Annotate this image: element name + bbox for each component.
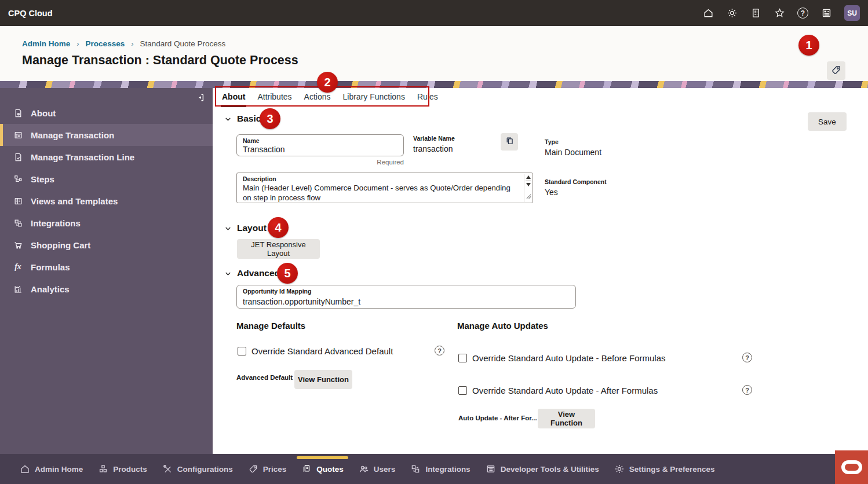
oracle-chat-button[interactable] xyxy=(835,450,868,484)
sidebar-item-manage-transaction[interactable]: Manage Transaction xyxy=(0,124,213,146)
tab-rules[interactable]: Rules xyxy=(416,88,439,107)
gear-icon[interactable] xyxy=(726,8,738,19)
sidebar-item-steps[interactable]: Steps xyxy=(0,168,213,190)
chevron-down-icon xyxy=(224,270,232,277)
bottomnav-integrations[interactable]: Integrations xyxy=(410,464,470,474)
sidebar-item-shopping-cart[interactable]: Shopping Cart xyxy=(0,234,213,256)
form-icon xyxy=(13,130,23,140)
scroll-down-icon[interactable] xyxy=(526,183,531,186)
sidebar-item-label: Shopping Cart xyxy=(31,240,90,250)
jet-responsive-layout-button[interactable]: JET Responsive Layout xyxy=(237,239,320,259)
bottomnav-users[interactable]: Users xyxy=(359,464,396,474)
bottomnav-label: Users xyxy=(374,465,396,474)
section-title: Advanced xyxy=(237,268,280,278)
bottomnav-label: Settings & Preferences xyxy=(629,465,715,474)
section-advanced[interactable]: Advanced xyxy=(224,268,280,278)
bottomnav-label: Prices xyxy=(263,465,287,474)
scroll-up-icon[interactable] xyxy=(526,175,531,179)
integration-icon xyxy=(410,464,421,474)
sidebar-item-label: Integrations xyxy=(31,218,81,228)
breadcrumb-admin-home[interactable]: Admin Home xyxy=(22,39,70,48)
breadcrumb-separator: › xyxy=(76,39,79,48)
sidebar-item-formulas[interactable]: fx Formulas xyxy=(0,256,213,278)
bottomnav-settings[interactable]: Settings & Preferences xyxy=(614,464,715,474)
description-textarea[interactable]: Description Main (Header Level) Commerce… xyxy=(236,173,533,203)
sidebar-item-manage-transaction-line[interactable]: Manage Transaction Line xyxy=(0,146,213,168)
bottom-nav-bar: Admin Home Products Configurations Price… xyxy=(0,454,868,484)
view-function-button-auto-update[interactable]: View Function xyxy=(538,409,595,428)
fx-icon: fx xyxy=(13,262,23,272)
sidebar-item-about[interactable]: About xyxy=(0,102,213,124)
description-value: Main (Header Level) Commerce Document - … xyxy=(243,183,521,203)
override-after-formulas-row: Override Standard Auto Update - After Fo… xyxy=(458,386,658,395)
document-icon[interactable] xyxy=(750,8,761,19)
scrollbar-divider xyxy=(526,181,531,181)
sidebar-nav: About Manage Transaction Manage Transact… xyxy=(0,102,213,300)
tag-icon xyxy=(831,65,841,77)
tag-button[interactable] xyxy=(827,61,845,80)
journal-icon[interactable] xyxy=(820,8,832,19)
tab-about[interactable]: About xyxy=(221,88,246,107)
bottomnav-developer-tools[interactable]: Developer Tools & Utilities xyxy=(486,464,599,474)
bottomnav-admin-home[interactable]: Admin Home xyxy=(20,464,83,474)
sidebar-item-label: Manage Transaction xyxy=(31,130,114,140)
breadcrumb-processes[interactable]: Processes xyxy=(86,39,125,48)
star-icon[interactable] xyxy=(774,8,785,19)
tab-library-functions[interactable]: Library Functions xyxy=(342,88,406,107)
annotation-circle-1: 1 xyxy=(798,35,819,56)
override-after-formulas-checkbox[interactable] xyxy=(458,386,467,395)
price-tag-icon xyxy=(248,464,258,474)
tab-attributes[interactable]: Attributes xyxy=(256,88,293,107)
advanced-default-label: Advanced Default xyxy=(236,374,293,381)
standard-component-value: Yes xyxy=(545,188,607,197)
sidebar-item-label: About xyxy=(31,108,56,118)
section-layout[interactable]: Layout xyxy=(224,223,267,233)
save-button[interactable]: Save xyxy=(808,112,847,131)
variable-name-value: transaction xyxy=(413,144,455,153)
view-function-button-advanced-default[interactable]: View Function xyxy=(294,370,352,389)
breadcrumb-current: Standard Quote Process xyxy=(140,39,226,48)
breadcrumb-separator: › xyxy=(131,39,133,48)
copy-button[interactable] xyxy=(501,133,518,151)
home-icon xyxy=(20,464,30,474)
auto-update-after-label: Auto Update - After For... xyxy=(458,415,537,421)
sidebar-item-label: Formulas xyxy=(31,262,70,272)
sidebar-item-views-and-templates[interactable]: Views and Templates xyxy=(0,190,213,212)
sidebar-item-analytics[interactable]: Analytics xyxy=(0,278,213,300)
sidebar: About Manage Transaction Manage Transact… xyxy=(0,88,213,454)
opportunity-id-mapping-value: transaction.opportunityNumber_t xyxy=(243,297,570,306)
bottomnav-label: Products xyxy=(113,465,147,474)
opportunity-id-mapping-input[interactable]: Opportunity Id Mapping transaction.oppor… xyxy=(236,285,576,309)
copy-icon xyxy=(505,136,515,148)
bottomnav-label: Admin Home xyxy=(35,465,83,474)
bottomnav-quotes[interactable]: Quotes xyxy=(301,464,344,474)
help-icon[interactable]: ? xyxy=(742,353,752,362)
sidebar-item-label: Manage Transaction Line xyxy=(31,152,134,162)
integration-icon xyxy=(13,218,23,228)
annotation-circle-2: 2 xyxy=(317,72,338,93)
users-icon xyxy=(359,464,369,474)
annotation-circle-4: 4 xyxy=(268,217,289,238)
theme-banner-strip xyxy=(0,81,868,88)
help-icon[interactable]: ? xyxy=(742,385,752,395)
override-before-formulas-checkbox[interactable] xyxy=(458,354,467,362)
name-input[interactable]: Name Transaction xyxy=(236,134,404,156)
checkbox-label: Override Standard Advanced Default xyxy=(251,346,393,356)
user-avatar[interactable]: SU xyxy=(844,5,860,21)
type-value: Main Document xyxy=(545,148,601,157)
resize-handle-icon[interactable] xyxy=(526,191,531,201)
override-advanced-default-checkbox[interactable] xyxy=(238,347,246,355)
page-eye-icon xyxy=(13,108,23,118)
help-icon[interactable]: ? xyxy=(435,346,444,355)
chevron-down-icon xyxy=(224,225,232,232)
bottomnav-configurations[interactable]: Configurations xyxy=(162,464,233,474)
sidebar-item-integrations[interactable]: Integrations xyxy=(0,212,213,234)
help-icon[interactable]: ? xyxy=(797,8,808,19)
sidebar-item-label: Analytics xyxy=(31,284,70,294)
chevron-down-icon xyxy=(224,115,232,123)
bottomnav-prices[interactable]: Prices xyxy=(248,464,287,474)
section-basic[interactable]: Basic xyxy=(224,113,261,124)
page-header: Admin Home › Processes › Standard Quote … xyxy=(0,26,868,81)
home-icon[interactable] xyxy=(702,8,714,19)
bottomnav-products[interactable]: Products xyxy=(98,464,147,474)
